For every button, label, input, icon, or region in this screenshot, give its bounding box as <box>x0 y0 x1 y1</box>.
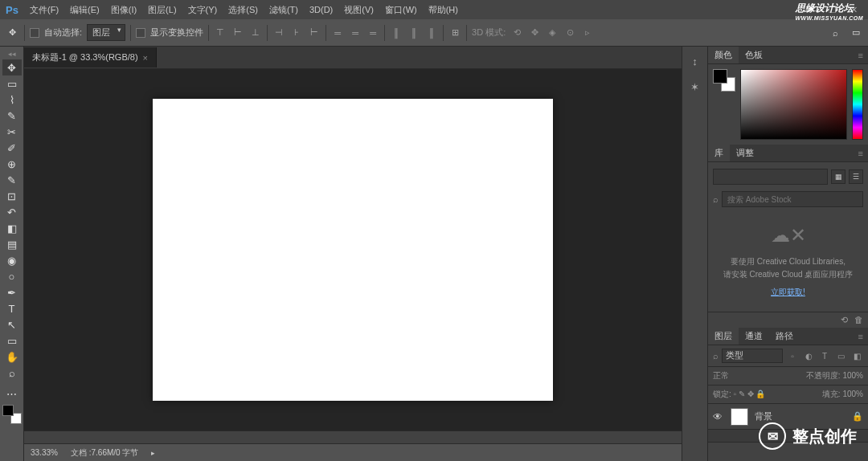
menu-edit[interactable]: 编辑(E) <box>64 4 105 16</box>
dist-left-icon[interactable]: ║ <box>390 27 403 39</box>
filter-type-icon[interactable]: T <box>818 349 831 362</box>
lock-transparency-icon[interactable]: ▫ <box>734 390 737 398</box>
move-tool-icon[interactable]: ✥ <box>5 26 19 40</box>
hand-tool[interactable]: ✋ <box>2 349 22 365</box>
color-fgbg-mini[interactable] <box>713 69 735 92</box>
filter-adjust-icon[interactable]: ◐ <box>802 349 815 362</box>
menu-3d[interactable]: 3D(D) <box>304 5 338 14</box>
menu-type[interactable]: 文字(Y) <box>182 4 223 16</box>
layer-name[interactable]: 背景 <box>755 410 772 422</box>
tab-libraries[interactable]: 库 <box>708 145 730 161</box>
align-right-icon[interactable]: ⊢ <box>308 27 321 39</box>
dist-top-icon[interactable]: ═ <box>331 27 344 39</box>
align-bottom-icon[interactable]: ⊥ <box>249 27 262 39</box>
menu-image[interactable]: 图像(I) <box>105 4 142 16</box>
auto-select-checkbox[interactable] <box>30 28 39 38</box>
tab-channels[interactable]: 通道 <box>739 328 769 345</box>
align-top-icon[interactable]: ⊤ <box>214 27 227 39</box>
history-panel-icon[interactable]: ↕ <box>687 53 703 69</box>
show-transform-checkbox[interactable] <box>136 28 145 38</box>
history-brush-tool[interactable]: ↶ <box>2 204 22 220</box>
blur-tool[interactable]: ◉ <box>2 252 22 268</box>
layer-thumbnail[interactable] <box>731 408 748 426</box>
align-hcenter-icon[interactable]: ⊦ <box>290 27 303 39</box>
mini-foreground-swatch[interactable] <box>713 69 727 84</box>
link-icon[interactable]: ⟲ <box>841 315 848 325</box>
panel-menu-icon[interactable]: ≡ <box>854 51 868 60</box>
doc-size[interactable]: 文档 :7.66M/0 字节 <box>71 447 138 459</box>
menu-file[interactable]: 文件(F) <box>24 4 64 16</box>
filter-pixel-icon[interactable]: ▫ <box>786 349 799 362</box>
menu-layer[interactable]: 图层(L) <box>142 4 182 16</box>
status-chevron-icon[interactable]: ▸ <box>151 449 155 457</box>
dist-vcenter-icon[interactable]: ═ <box>349 27 362 39</box>
list-view-icon[interactable]: ☰ <box>849 169 863 184</box>
cloud-link[interactable]: 立即获取! <box>771 286 805 299</box>
tab-layers[interactable]: 图层 <box>708 328 739 345</box>
stock-search-input[interactable] <box>722 191 863 207</box>
opacity-value[interactable]: 100% <box>842 371 863 380</box>
healing-tool[interactable]: ⊕ <box>2 156 22 172</box>
crop-tool[interactable]: ✂ <box>2 124 22 140</box>
auto-align-icon[interactable]: ⊞ <box>448 27 461 39</box>
menu-filter[interactable]: 滤镜(T) <box>264 4 304 16</box>
lasso-tool[interactable]: ⌇ <box>2 92 22 108</box>
menu-view[interactable]: 视图(V) <box>338 4 379 16</box>
toolbox-grip-icon[interactable]: ◂◂ <box>8 50 16 58</box>
brush-tool[interactable]: ✎ <box>2 172 22 188</box>
gradient-tool[interactable]: ▤ <box>2 236 22 252</box>
eraser-tool[interactable]: ◧ <box>2 220 22 236</box>
visibility-icon[interactable]: 👁 <box>713 411 724 422</box>
tab-adjustments[interactable]: 调整 <box>730 145 760 161</box>
layer-kind-filter[interactable]: 类型 <box>722 349 783 363</box>
dist-hcenter-icon[interactable]: ║ <box>407 27 420 39</box>
lib-dropdown[interactable] <box>713 169 828 185</box>
color-field[interactable] <box>740 69 847 140</box>
panel-menu-icon[interactable]: ≡ <box>854 149 868 158</box>
horizontal-scrollbar[interactable] <box>24 430 682 443</box>
foreground-swatch[interactable] <box>2 405 14 416</box>
menu-window[interactable]: 窗口(W) <box>379 4 423 16</box>
auto-select-dropdown[interactable]: 图层 <box>87 24 125 41</box>
eyedropper-tool[interactable]: ✐ <box>2 140 22 156</box>
trash-icon[interactable]: 🗑 <box>854 315 863 325</box>
tab-swatches[interactable]: 色板 <box>739 47 769 63</box>
grid-view-icon[interactable]: ▦ <box>831 169 845 184</box>
align-left-icon[interactable]: ⊣ <box>272 27 285 39</box>
properties-panel-icon[interactable]: ✶ <box>687 79 703 95</box>
hue-slider[interactable] <box>852 69 863 140</box>
dist-bottom-icon[interactable]: ═ <box>366 27 379 39</box>
path-select-tool[interactable]: ↖ <box>2 316 22 332</box>
dist-right-icon[interactable]: ║ <box>425 27 438 39</box>
blend-mode-dropdown[interactable]: 正常 <box>713 370 729 381</box>
zoom-tool[interactable]: ⌕ <box>2 365 22 381</box>
menu-select[interactable]: 选择(S) <box>223 4 264 16</box>
canvas[interactable] <box>153 99 553 401</box>
edit-toolbar-icon[interactable]: ⋯ <box>2 386 22 402</box>
lock-all-icon[interactable]: 🔒 <box>755 390 765 398</box>
align-vcenter-icon[interactable]: ⊢ <box>231 27 244 39</box>
filter-shape-icon[interactable]: ▭ <box>834 349 847 362</box>
filter-smart-icon[interactable]: ◧ <box>850 349 863 362</box>
clone-tool[interactable]: ⊡ <box>2 188 22 204</box>
tab-paths[interactable]: 路径 <box>769 328 800 345</box>
marquee-tool[interactable]: ▭ <box>2 75 22 92</box>
pen-tool[interactable]: ✒ <box>2 284 22 300</box>
canvas-area[interactable] <box>24 69 682 430</box>
zoom-level[interactable]: 33.33% <box>31 448 58 457</box>
fill-value[interactable]: 100% <box>842 390 863 398</box>
type-tool[interactable]: T <box>2 300 22 316</box>
document-tab[interactable]: 未标题-1 @ 33.3%(RGB/8) × <box>24 47 157 67</box>
tab-close-icon[interactable]: × <box>143 53 148 63</box>
fg-bg-swatches[interactable] <box>2 405 22 424</box>
quick-select-tool[interactable]: ✎ <box>2 108 22 124</box>
workspace-icon[interactable]: ▭ <box>849 26 863 40</box>
dodge-tool[interactable]: ○ <box>2 268 22 284</box>
move-tool[interactable]: ✥ <box>2 59 22 75</box>
panel-menu-icon[interactable]: ≡ <box>854 332 868 341</box>
lock-position-icon[interactable]: ✥ <box>747 390 754 398</box>
tab-color[interactable]: 颜色 <box>708 47 739 63</box>
shape-tool[interactable]: ▭ <box>2 332 22 349</box>
lock-pixels-icon[interactable]: ✎ <box>739 390 745 398</box>
search-icon[interactable]: ⌕ <box>828 26 842 40</box>
